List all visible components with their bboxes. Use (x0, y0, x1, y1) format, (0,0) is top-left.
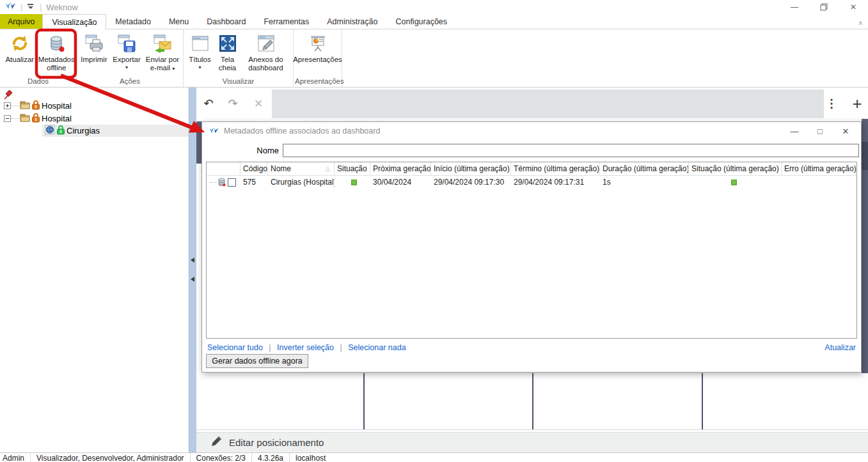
panel-divider (532, 373, 533, 429)
tela-cheia-button[interactable]: Tela cheia (215, 31, 241, 72)
quick-access-toolbar-icon[interactable] (27, 4, 35, 10)
undo-icon[interactable]: ↶ (198, 88, 219, 119)
tab-ferramentas[interactable]: Ferramentas (255, 14, 318, 29)
atualizar-button[interactable]: Atualizar (1, 31, 38, 64)
dashboard-scrollbar-right[interactable] (862, 119, 868, 373)
exportar-button[interactable]: Exportar ▾ (110, 31, 143, 70)
app-title: Weknow (46, 3, 78, 12)
group-label-dados: Dados (1, 77, 75, 87)
cell-proxima-geracao: 30/04/2024 (370, 176, 431, 189)
tab-visualizacao[interactable]: Visualização (42, 14, 106, 29)
edit-positioning-bar[interactable]: Editar posicionamento (196, 432, 868, 452)
tab-metadado[interactable]: Metadado (106, 14, 160, 29)
tab-arquivo[interactable]: Arquivo (0, 14, 42, 29)
header-nome[interactable]: Nome △ (268, 162, 335, 175)
tree-item-hospital-1[interactable]: Hospital (4, 100, 189, 112)
tab-dashboard[interactable]: Dashboard (198, 14, 255, 29)
invert-selection-link[interactable]: Inverter seleção (277, 343, 334, 352)
tab-administracao[interactable]: Administração (318, 14, 386, 29)
redo-icon[interactable]: ↷ (222, 88, 244, 119)
title-bar: | | Weknow — ✕ (0, 0, 868, 14)
header-codigo[interactable]: Código (241, 162, 268, 175)
restore-button[interactable] (809, 0, 839, 14)
header-situacao-ultima[interactable]: Situação (última geração) (689, 162, 782, 175)
dropdown-arrow-icon: ▾ (172, 66, 175, 72)
titulos-button[interactable]: Títulos ▾ (185, 31, 215, 70)
collapse-icon[interactable] (4, 115, 11, 122)
kebab-menu-icon[interactable]: ⋮ (821, 88, 842, 119)
header-termino[interactable]: Término (última geração) (511, 162, 600, 175)
database-offline-icon (46, 33, 67, 54)
lock-orange-icon (31, 100, 40, 112)
cell-situacao (335, 176, 370, 189)
header-rowicon (207, 162, 241, 175)
name-filter-label: Nome (241, 146, 279, 155)
panel-splitter[interactable] (189, 88, 196, 452)
dropdown-arrow-icon: ▾ (198, 65, 201, 70)
dialog-title: Metadados offline associados ao dashboar… (224, 127, 380, 135)
fullscreen-icon (217, 33, 238, 54)
header-proxima-geracao[interactable]: Próxima geração (370, 162, 431, 175)
lock-orange-icon (31, 113, 40, 125)
tree-item-cirurgias[interactable]: Cirurgias (42, 125, 189, 137)
name-filter-input[interactable] (283, 144, 859, 157)
scrollbar-thumb[interactable] (862, 142, 868, 170)
header-duracao[interactable]: Duração (última geração) (600, 162, 689, 175)
minimize-button[interactable]: — (780, 0, 809, 14)
panel-divider (363, 373, 365, 429)
clear-icon[interactable]: ✕ (248, 88, 269, 119)
dashboard-toolbar: ↶ ↷ ✕ ⋮ + (196, 88, 868, 119)
collapse-ribbon-icon[interactable]: ∧ (858, 19, 863, 26)
header-situacao[interactable]: Situação (335, 162, 370, 175)
row-checkbox[interactable] (228, 178, 236, 187)
select-none-link[interactable]: Selecionar nada (348, 343, 406, 352)
select-all-link[interactable]: Selecionar tudo (207, 343, 263, 352)
panel-divider (702, 373, 703, 429)
sort-asc-icon: △ (326, 166, 330, 172)
close-button[interactable]: ✕ (839, 0, 868, 14)
ribbon: Atualizar Metadados offline Dados (0, 29, 868, 88)
add-tab-icon[interactable]: + (846, 88, 868, 119)
status-user: Admin (0, 453, 31, 462)
generate-offline-data-button[interactable]: Gerar dados offline agora (206, 354, 308, 368)
ribbon-group-dados: Atualizar Metadados offline Dados (0, 29, 77, 87)
expand-icon[interactable] (4, 102, 11, 109)
refresh-icon (10, 33, 30, 54)
ribbon-group-apresentacoes: Apresentações Apresentações (294, 29, 342, 87)
email-icon (152, 33, 173, 54)
header-erro[interactable]: Erro (última geração) (782, 162, 856, 175)
tab-configuracoes[interactable]: Configurações (386, 14, 456, 29)
tree-line (210, 182, 216, 183)
tree-item-hospital-2[interactable]: Hospital (4, 112, 189, 125)
cell-erro (782, 176, 856, 189)
tree-item-label: Cirurgias (67, 126, 100, 135)
titles-window-icon (190, 33, 210, 54)
anexos-dashboard-button[interactable]: Anexos do dashboard (241, 31, 292, 72)
enviar-email-button[interactable]: Enviar por e-mail ▾ (143, 31, 182, 73)
dialog-minimize-button[interactable]: — (782, 122, 807, 140)
apresentacoes-button[interactable]: Apresentações (294, 31, 342, 64)
weknow-logo-icon (5, 1, 16, 13)
lock-green-icon (56, 125, 65, 137)
metadados-offline-button[interactable]: Metadados offline (38, 31, 75, 72)
dashboard-tab-strip[interactable] (272, 89, 824, 118)
cell-nome: Cirurgias (Hospital) (268, 176, 335, 189)
collapse-left-icon[interactable] (191, 258, 194, 263)
dialog-maximize-button[interactable]: □ (807, 122, 833, 140)
header-inicio[interactable]: Início (última geração) (431, 162, 511, 175)
titlebar-separator: | (40, 3, 42, 12)
collapse-left-icon[interactable] (191, 277, 194, 282)
metadata-grid: Código Nome △ Situação Próxima geração I… (206, 162, 857, 339)
status-version: 4.3.26a (252, 453, 290, 462)
status-ok-indicator (351, 180, 357, 185)
cell-codigo: 575 (241, 176, 268, 189)
cell-termino: 29/04/2024 09:17:31 (511, 176, 600, 189)
cell-duracao: 1s (600, 176, 689, 189)
dialog-close-button[interactable]: ✕ (833, 122, 858, 140)
table-row[interactable]: 575 Cirurgias (Hospital) 30/04/2024 29/0… (207, 176, 856, 189)
ribbon-group-visualizar: Títulos ▾ (184, 29, 294, 87)
imprimir-button[interactable]: Imprimir (78, 31, 110, 64)
tab-menu[interactable]: Menu (160, 14, 198, 29)
group-label-acoes: Ações (78, 77, 182, 87)
refresh-link[interactable]: Atualizar (825, 343, 856, 352)
